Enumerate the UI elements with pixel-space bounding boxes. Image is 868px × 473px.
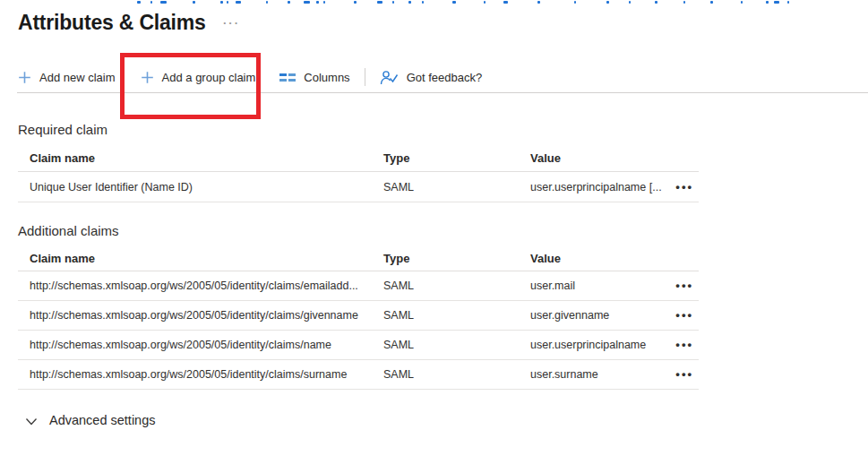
clipped-text-fragment [137,1,141,4]
claims-tables: Required claimClaim nameTypeValueUnique … [18,122,699,390]
row-context-menu-button[interactable]: ••• [675,281,699,290]
columns-button[interactable]: Columns [279,71,349,84]
clipped-text-fragment [484,1,486,4]
column-header: Type [383,151,530,165]
claim-value-cell: user.userprincipalname [... [530,181,668,194]
claim-value-cell: user.surname [530,368,668,381]
clipped-text-fragment [683,1,685,4]
feedback-label: Got feedback? [407,71,483,84]
section-label: Additional claims [18,223,699,239]
claim-type-cell: SAML [383,368,530,381]
row-context-menu-button[interactable]: ••• [675,340,699,349]
add-new-claim-label: Add new claim [39,71,116,84]
column-header: Claim name [30,151,383,165]
claim-value-cell: user.userprincipalname [530,339,668,351]
table-header-row: Claim nameTypeValue [18,245,699,271]
add-group-claim-label: Add a group claim [162,71,256,84]
row-context-menu-button[interactable]: ••• [675,183,699,192]
clipped-text-fragment [323,1,325,4]
clipped-text-fragment [408,1,411,4]
clipped-breadcrumb-row [0,0,868,5]
table-row[interactable]: http://schemas.xmlsoap.org/ws/2005/05/id… [18,360,699,390]
claim-name-cell: http://schemas.xmlsoap.org/ws/2005/05/id… [30,368,383,381]
clipped-text-fragment [503,1,508,4]
clipped-text-fragment [150,1,152,4]
clipped-text-fragment [787,1,789,4]
column-header: Claim name [30,252,383,265]
toolbar-bottom-border [17,92,868,93]
title-more-menu[interactable]: ··· [223,16,240,30]
add-group-claim-button[interactable]: Add a group claim [141,71,256,84]
command-bar: Add new claim Add a group claim Columns [18,64,482,90]
column-header: Value [530,151,668,165]
clipped-text-fragment [377,1,382,4]
advanced-settings-toggle[interactable]: Advanced settings [25,413,156,427]
plus-icon [141,71,154,84]
table-row[interactable]: Unique User Identifier (Name ID)SAMLuser… [18,172,699,202]
claim-name-cell: http://schemas.xmlsoap.org/ws/2005/05/id… [30,339,383,351]
clipped-text-fragment [774,1,779,4]
plus-icon [18,71,31,84]
columns-icon [279,71,296,83]
clipped-text-fragment [304,1,310,4]
claims-section: Required claimClaim nameTypeValueUnique … [18,122,699,202]
column-header: Type [383,252,530,265]
claims-table: Claim nameTypeValuehttp://schemas.xmlsoa… [18,245,699,390]
claim-type-cell: SAML [383,280,530,292]
advanced-settings-label: Advanced settings [49,413,156,427]
clipped-text-fragment [220,1,223,4]
row-context-menu-button[interactable]: ••• [675,311,699,320]
row-context-menu-button[interactable]: ••• [675,370,699,379]
clipped-text-fragment [574,1,576,4]
clipped-text-fragment [422,1,424,4]
add-new-claim-button[interactable]: Add new claim [18,71,116,84]
clipped-text-fragment [354,1,357,4]
feedback-button[interactable]: Got feedback? [380,70,483,85]
claim-type-cell: SAML [383,309,530,322]
table-row[interactable]: http://schemas.xmlsoap.org/ws/2005/05/id… [18,301,699,331]
clipped-text-fragment [392,1,394,4]
clipped-text-fragment [193,1,195,4]
chevron-down-icon [25,415,38,426]
clipped-text-fragment [266,1,268,4]
claim-type-cell: SAML [383,181,530,194]
clipped-text-fragment [629,1,631,4]
column-header: Value [530,252,668,265]
clipped-text-fragment [288,1,290,4]
clipped-text-fragment [160,1,167,4]
clipped-text-fragment [236,1,241,4]
page-title: Attributes & Claims [18,11,206,35]
clipped-text-fragment [316,1,319,4]
clipped-text-fragment [227,1,228,4]
section-label: Required claim [18,122,699,138]
table-row[interactable]: http://schemas.xmlsoap.org/ws/2005/05/id… [18,271,699,301]
toolbar-divider [365,68,365,86]
claim-type-cell: SAML [383,339,530,351]
table-row[interactable]: http://schemas.xmlsoap.org/ws/2005/05/id… [18,331,699,360]
clipped-text-fragment [606,1,609,4]
claim-name-cell: http://schemas.xmlsoap.org/ws/2005/05/id… [30,280,383,292]
clipped-text-fragment [655,1,657,4]
clipped-text-fragment [452,1,456,4]
clipped-text-fragment [710,1,713,4]
claim-value-cell: user.mail [530,280,668,292]
claims-table: Claim nameTypeValueUnique User Identifie… [18,145,699,202]
claim-name-cell: http://schemas.xmlsoap.org/ws/2005/05/id… [30,309,383,322]
table-header-row: Claim nameTypeValue [18,145,699,172]
clipped-text-fragment [741,1,743,4]
claim-value-cell: user.givenname [530,309,668,322]
clipped-text-fragment [537,1,540,4]
attributes-claims-page: Attributes & Claims ··· Add new claim Ad… [0,0,868,473]
feedback-person-icon [380,70,399,85]
claims-section: Additional claimsClaim nameTypeValuehttp… [18,223,699,390]
clipped-text-fragment [766,1,769,4]
claim-name-cell: Unique User Identifier (Name ID) [30,181,383,194]
columns-label: Columns [304,71,349,84]
